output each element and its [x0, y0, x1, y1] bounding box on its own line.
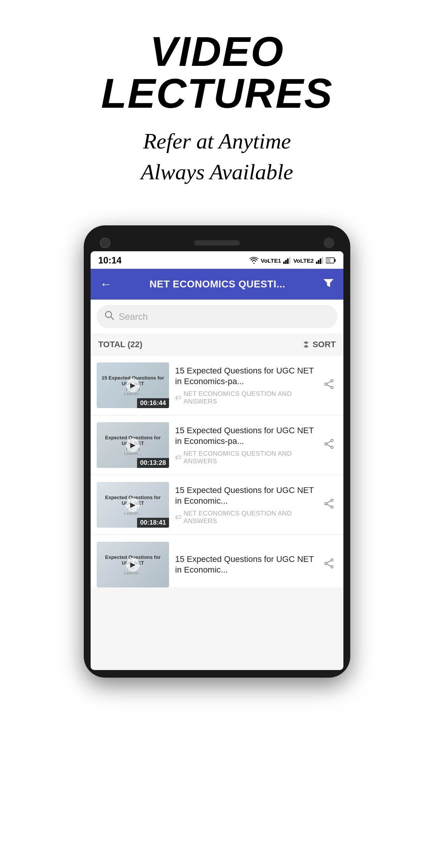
- play-icon: ▶: [126, 498, 140, 512]
- video-tag-1: 🏷 NET ECONOMICS QUESTION AND ANSWERS: [175, 390, 314, 405]
- svg-point-13: [331, 380, 333, 382]
- signal1-icon: [283, 257, 291, 264]
- svg-point-14: [325, 383, 327, 385]
- tag-icon: 🏷: [175, 514, 181, 521]
- video-thumbnail-3[interactable]: Expected Questions for UGC NET Part 8 Le…: [97, 482, 169, 528]
- share-button-3[interactable]: [321, 495, 337, 515]
- svg-rect-1: [285, 260, 287, 264]
- video-thumbnail-1[interactable]: 15 Expected Questions for UGC NET Part 2…: [97, 362, 169, 408]
- phone-notch: [91, 233, 343, 251]
- wifi-icon: [249, 257, 258, 264]
- svg-point-15: [331, 386, 333, 389]
- search-bar-container: Search: [91, 300, 343, 333]
- promo-subtitle: Refer at Anytime Always Available: [23, 126, 411, 187]
- svg-point-20: [331, 446, 333, 448]
- status-icons: VoLTE1 VoLTE2: [249, 257, 336, 264]
- search-bar[interactable]: Search: [97, 305, 337, 328]
- video-thumbnail-4[interactable]: Expected Questions for UGC NET Part 7 Le…: [97, 542, 169, 587]
- svg-line-26: [327, 501, 331, 503]
- svg-line-21: [327, 441, 331, 443]
- svg-rect-9: [335, 259, 336, 262]
- svg-rect-7: [322, 257, 323, 264]
- svg-point-24: [325, 503, 327, 505]
- share-button-1[interactable]: [321, 376, 337, 395]
- play-icon: ▶: [126, 438, 140, 452]
- video-title-1: 15 Expected Questions for UGC NET in Eco…: [175, 365, 314, 387]
- play-icon: ▶: [126, 378, 140, 392]
- tag-icon: 🏷: [175, 454, 181, 461]
- status-time: 10:14: [98, 255, 121, 266]
- lte1-icon: VoLTE1: [261, 257, 281, 264]
- video-item[interactable]: 15 Expected Questions for UGC NET Part 2…: [91, 356, 343, 415]
- play-icon: ▶: [126, 558, 140, 571]
- search-icon: [104, 310, 114, 323]
- list-controls: TOTAL (22) SORT: [91, 333, 343, 356]
- svg-rect-2: [287, 258, 289, 264]
- svg-point-19: [325, 443, 327, 445]
- signal2-icon: [316, 257, 324, 264]
- video-title-2: 15 Expected Questions for UGC NET in Eco…: [175, 425, 314, 447]
- svg-point-23: [331, 499, 333, 501]
- total-count: TOTAL (22): [98, 340, 142, 349]
- video-title-3: 15 Expected Questions for UGC NET in Eco…: [175, 485, 314, 507]
- video-duration-1: 00:16:44: [137, 398, 169, 408]
- lte2-icon: VoLTE2: [293, 257, 314, 264]
- svg-line-17: [327, 385, 331, 387]
- video-duration-2: 00:13:28: [137, 458, 169, 468]
- tag-icon: 🏷: [175, 394, 181, 401]
- battery-icon: [326, 257, 336, 263]
- svg-rect-0: [283, 262, 285, 264]
- video-item[interactable]: Expected Questions for UGC NET Part 8 Le…: [91, 475, 343, 535]
- app-header: ← NET ECONOMICS QUESTI...: [91, 269, 343, 300]
- svg-point-30: [331, 566, 333, 568]
- video-thumbnail-2[interactable]: Expected Questions for UGC NET Part 19 L…: [97, 422, 169, 468]
- filter-button[interactable]: [321, 276, 336, 293]
- svg-point-25: [331, 506, 333, 508]
- svg-rect-3: [289, 257, 290, 264]
- sort-button[interactable]: SORT: [302, 340, 336, 349]
- video-info-1: 15 Expected Questions for UGC NET in Eco…: [175, 365, 314, 405]
- svg-line-27: [327, 504, 331, 506]
- svg-point-29: [325, 562, 327, 565]
- back-button[interactable]: ←: [98, 276, 113, 293]
- svg-point-28: [331, 559, 333, 561]
- svg-rect-4: [316, 262, 318, 264]
- video-item[interactable]: Expected Questions for UGC NET Part 19 L…: [91, 415, 343, 475]
- video-list: 15 Expected Questions for UGC NET Part 2…: [91, 356, 343, 587]
- tag-text-1: NET ECONOMICS QUESTION AND ANSWERS: [183, 390, 314, 405]
- phone-outer: 10:14 VoLTE1: [84, 225, 350, 678]
- video-info-2: 15 Expected Questions for UGC NET in Eco…: [175, 425, 314, 465]
- video-title-4: 15 Expected Questions for UGC NET in Eco…: [175, 554, 314, 576]
- svg-line-22: [327, 444, 331, 447]
- share-button-4[interactable]: [321, 555, 337, 574]
- video-duration-3: 00:18:41: [137, 518, 169, 528]
- app-title: NET ECONOMICS QUESTI...: [113, 278, 321, 290]
- video-tag-2: 🏷 NET ECONOMICS QUESTION AND ANSWERS: [175, 450, 314, 465]
- search-placeholder: Search: [119, 311, 148, 322]
- share-button-2[interactable]: [321, 436, 337, 455]
- svg-point-18: [331, 439, 333, 442]
- promo-title: VIDEO LECTURES: [23, 30, 411, 114]
- phone-camera: [100, 238, 110, 248]
- phone-speaker: [194, 240, 240, 246]
- svg-rect-6: [320, 258, 321, 264]
- video-item[interactable]: Expected Questions for UGC NET Part 7 Le…: [91, 535, 343, 587]
- phone-mockup-wrapper: 10:14 VoLTE1: [0, 210, 434, 700]
- video-info-3: 15 Expected Questions for UGC NET in Eco…: [175, 485, 314, 525]
- phone-screen: 10:14 VoLTE1: [91, 251, 343, 670]
- svg-rect-10: [327, 258, 330, 262]
- video-tag-3: 🏷 NET ECONOMICS QUESTION AND ANSWERS: [175, 510, 314, 525]
- tag-text-3: NET ECONOMICS QUESTION AND ANSWERS: [183, 510, 314, 525]
- svg-line-12: [111, 317, 113, 319]
- svg-line-16: [327, 381, 331, 383]
- status-bar: 10:14 VoLTE1: [91, 251, 343, 269]
- svg-line-32: [327, 564, 331, 566]
- promo-section: VIDEO LECTURES Refer at Anytime Always A…: [0, 0, 434, 210]
- phone-sensor: [324, 238, 334, 248]
- video-info-4: 15 Expected Questions for UGC NET in Eco…: [175, 554, 314, 576]
- svg-line-31: [327, 560, 331, 563]
- tag-text-2: NET ECONOMICS QUESTION AND ANSWERS: [183, 450, 314, 465]
- svg-rect-5: [318, 260, 319, 264]
